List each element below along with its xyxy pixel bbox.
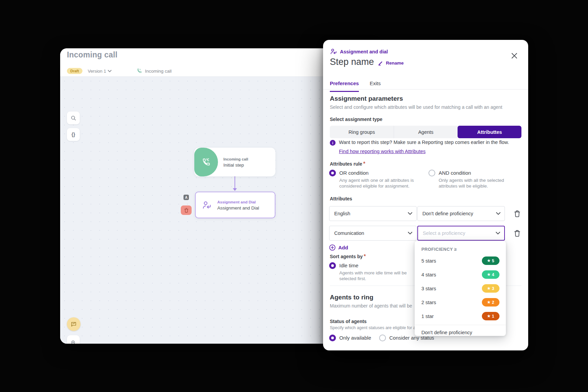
- proficiency-select-1[interactable]: Don't define proficiency: [417, 206, 505, 221]
- attribute-value: Comunication: [334, 230, 364, 236]
- info-text: Want to report this step? Make sure a Re…: [339, 140, 509, 145]
- delete-node-button[interactable]: [181, 205, 192, 215]
- canvas-zoom-toolbar: [67, 335, 80, 344]
- rename-label: Rename: [386, 60, 404, 66]
- required-asterisk: *: [364, 253, 366, 259]
- flow-meta-row: Draft Version 1 Incoming call: [67, 68, 172, 74]
- version-label: Version 1: [88, 69, 106, 74]
- chevron-down-icon: [108, 70, 112, 72]
- add-icon: [329, 244, 336, 251]
- chevron-down-icon: [408, 212, 412, 215]
- assignment-type-label: Select assignment type: [330, 117, 383, 122]
- delete-attribute-row-1-button[interactable]: [513, 209, 521, 218]
- assignment-icon: [202, 200, 212, 210]
- info-banner: i Want to report this step? Make sure a …: [330, 140, 509, 146]
- radio-only-available[interactable]: Only available: [329, 335, 371, 341]
- assignment-type-segments: Ring groups Agents Attributtes: [330, 126, 521, 138]
- node-assignment-and-dial[interactable]: Assignment and Dial Assignment and Dial: [195, 192, 275, 218]
- tab-preferences[interactable]: Preferences: [330, 80, 359, 92]
- star-badge: ★1: [482, 312, 499, 320]
- proficiency-value: Don't define proficiency: [422, 211, 473, 216]
- star-icon: ★: [487, 273, 491, 276]
- node-type-label: Assignment and Dial: [217, 200, 259, 204]
- status-badge: Draft: [67, 68, 82, 74]
- trash-icon: [184, 208, 189, 213]
- step-type-label: Assignment and dial: [340, 49, 388, 54]
- star-icon: ★: [487, 300, 491, 304]
- radio-selected-icon: [329, 170, 336, 176]
- attributes-label: Attributes: [330, 196, 352, 201]
- badge-value: 2: [492, 300, 494, 305]
- section-description: Select and configure which attributes wi…: [330, 104, 503, 110]
- zoom-in-button[interactable]: [68, 338, 78, 344]
- badge-value: 5: [492, 259, 494, 263]
- breadcrumb-label: Incoming call: [145, 69, 172, 74]
- segment-ring-groups[interactable]: Ring groups: [330, 126, 394, 138]
- menu-item-1-star[interactable]: 1 star ★1: [415, 309, 506, 323]
- radio-idle-time[interactable]: Idle time Agents with more idle time wil…: [329, 262, 424, 281]
- radio-and-condition[interactable]: AND condition Only agents with all the s…: [428, 170, 523, 189]
- radio-label: Idle time: [339, 263, 417, 268]
- radio-label: OR condition: [339, 170, 424, 176]
- segment-agents[interactable]: Agents: [394, 126, 458, 138]
- trash-icon: [514, 210, 520, 217]
- attribute-value: English: [334, 211, 350, 216]
- canvas-search-button[interactable]: [67, 112, 80, 124]
- menu-item-3-stars[interactable]: 3 stars ★3: [415, 281, 506, 295]
- reporting-help-link[interactable]: Find how reporting works with Attributes: [339, 149, 425, 154]
- section-title: Assignment parameters: [330, 95, 403, 102]
- feedback-button[interactable]: [67, 317, 80, 331]
- dropdown-header: PROFICIENCY ≥: [415, 244, 506, 254]
- phone-icon: [202, 158, 211, 167]
- page-title: Incoming call: [67, 50, 118, 59]
- canvas-variables-button[interactable]: {}: [67, 128, 80, 141]
- step-type-header: Assignment and dial: [330, 48, 388, 55]
- proficiency-placeholder: Select a proficiency: [423, 230, 465, 236]
- step-name: Step name: [330, 57, 374, 67]
- menu-item-label: 1 star: [421, 314, 434, 319]
- star-badge: ★3: [482, 284, 499, 293]
- add-label: Add: [338, 245, 348, 250]
- node-incoming-call[interactable]: Incoming call Initial step: [194, 148, 275, 176]
- menu-item-2-stars[interactable]: 2 stars ★2: [415, 295, 506, 309]
- badge-value: 3: [492, 286, 494, 291]
- add-attribute-button[interactable]: Add: [329, 244, 348, 251]
- node-incoming-call-icon-block: [194, 148, 218, 176]
- close-button[interactable]: [510, 51, 519, 60]
- close-icon: [511, 53, 517, 59]
- menu-item-5-stars[interactable]: 5 stars ★5: [415, 254, 506, 268]
- status-of-agents-label: Status of agents: [330, 319, 367, 324]
- info-icon: i: [330, 140, 336, 146]
- panel-tabs: Preferences Exits: [330, 80, 391, 92]
- agents-to-ring-title: Agents to ring: [330, 294, 373, 301]
- attribute-select-2[interactable]: Comunication: [329, 226, 417, 241]
- menu-item-label: 4 stars: [421, 272, 436, 277]
- proficiency-select-2[interactable]: Select a proficiency: [417, 226, 505, 241]
- radio-description: Agents with more idle time will be selec…: [339, 270, 417, 281]
- rename-button[interactable]: Rename: [378, 60, 404, 66]
- menu-item-label: 3 stars: [421, 286, 436, 291]
- radio-label: Only available: [339, 335, 371, 341]
- radio-or-condition[interactable]: OR condition Any agent with one or all a…: [329, 170, 424, 189]
- phone-icon: [137, 68, 142, 74]
- agents-to-ring-description: Maximum number of agents that will be: [330, 303, 412, 309]
- attribute-select-1[interactable]: English: [329, 206, 417, 221]
- proficiency-dropdown-menu: PROFICIENCY ≥ 5 stars ★5 4 stars ★4 3 st…: [415, 241, 506, 336]
- zoom-in-icon: [71, 340, 76, 344]
- menu-item-label: 5 stars: [421, 258, 436, 264]
- star-badge: ★5: [482, 256, 499, 265]
- menu-item-dont-define-proficiency[interactable]: Don't define proficiency: [415, 325, 506, 340]
- segment-attributes[interactable]: Attributtes: [458, 126, 521, 138]
- delete-attribute-row-2-button[interactable]: [513, 229, 521, 238]
- attributes-rule-label: Attributes rule*: [330, 161, 365, 167]
- assignment-icon: [330, 48, 337, 55]
- tab-exits[interactable]: Exits: [370, 80, 381, 92]
- star-badge: ★4: [482, 270, 499, 279]
- star-icon: ★: [487, 314, 491, 318]
- star-icon: ★: [487, 287, 491, 290]
- feedback-icon: [71, 321, 77, 327]
- node-name: Initial step: [223, 162, 248, 167]
- menu-item-4-stars[interactable]: 4 stars ★4: [415, 268, 506, 281]
- version-selector[interactable]: Version 1: [88, 69, 112, 74]
- radio-unselected-icon: [428, 170, 435, 176]
